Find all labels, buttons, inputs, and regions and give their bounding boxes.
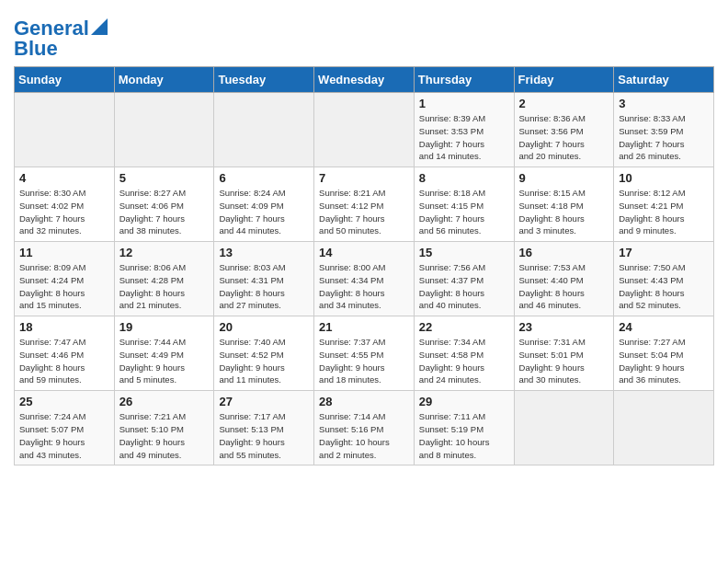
- logo: General Blue: [14, 18, 108, 59]
- day-number: 19: [119, 320, 210, 334]
- day-number: 17: [619, 246, 709, 259]
- day-number: 29: [419, 395, 509, 408]
- calendar-cell: 16Sunrise: 7:53 AM Sunset: 4:40 PM Dayli…: [514, 242, 614, 316]
- day-number: 14: [319, 246, 409, 259]
- day-number: 1: [419, 97, 509, 110]
- day-info: Sunrise: 8:39 AM Sunset: 3:53 PM Dayligh…: [419, 112, 509, 163]
- day-number: 13: [219, 246, 309, 259]
- calendar-week-row: 1Sunrise: 8:39 AM Sunset: 3:53 PM Daylig…: [15, 93, 714, 167]
- calendar-cell: 13Sunrise: 8:03 AM Sunset: 4:31 PM Dayli…: [214, 242, 314, 316]
- weekday-header: Friday: [514, 67, 614, 93]
- day-number: 11: [19, 246, 109, 259]
- calendar-cell: 29Sunrise: 7:11 AM Sunset: 5:19 PM Dayli…: [414, 391, 514, 465]
- weekday-header: Monday: [114, 67, 214, 93]
- logo-icon: [91, 18, 108, 35]
- day-number: 26: [119, 395, 210, 408]
- day-info: Sunrise: 8:18 AM Sunset: 4:15 PM Dayligh…: [419, 187, 509, 237]
- calendar-cell: 23Sunrise: 7:31 AM Sunset: 5:01 PM Dayli…: [514, 316, 614, 391]
- calendar-cell: 7Sunrise: 8:21 AM Sunset: 4:12 PM Daylig…: [314, 167, 415, 242]
- day-info: Sunrise: 8:15 AM Sunset: 4:18 PM Dayligh…: [519, 187, 609, 237]
- day-number: 16: [519, 246, 609, 259]
- weekday-header: Sunday: [15, 67, 115, 93]
- day-number: 10: [619, 171, 709, 185]
- calendar-cell: 8Sunrise: 8:18 AM Sunset: 4:15 PM Daylig…: [414, 167, 514, 242]
- day-info: Sunrise: 8:30 AM Sunset: 4:02 PM Dayligh…: [19, 187, 109, 237]
- calendar-cell: 12Sunrise: 8:06 AM Sunset: 4:28 PM Dayli…: [114, 242, 214, 316]
- day-number: 25: [19, 395, 109, 408]
- calendar-cell: [314, 93, 415, 167]
- day-info: Sunrise: 7:31 AM Sunset: 5:01 PM Dayligh…: [519, 336, 609, 386]
- day-number: 7: [319, 171, 409, 185]
- calendar-cell: [614, 391, 714, 465]
- day-number: 4: [19, 171, 109, 185]
- day-info: Sunrise: 7:24 AM Sunset: 5:07 PM Dayligh…: [19, 410, 109, 461]
- day-info: Sunrise: 8:12 AM Sunset: 4:21 PM Dayligh…: [619, 187, 709, 237]
- calendar-cell: 28Sunrise: 7:14 AM Sunset: 5:16 PM Dayli…: [314, 391, 415, 465]
- day-info: Sunrise: 8:24 AM Sunset: 4:09 PM Dayligh…: [219, 187, 309, 237]
- day-number: 24: [619, 320, 709, 334]
- calendar-cell: 26Sunrise: 7:21 AM Sunset: 5:10 PM Dayli…: [114, 391, 214, 465]
- calendar-cell: [15, 93, 115, 167]
- weekday-header: Wednesday: [314, 67, 415, 93]
- day-number: 21: [319, 320, 409, 334]
- day-number: 15: [419, 246, 509, 259]
- day-number: 23: [519, 320, 609, 334]
- calendar-cell: [114, 93, 214, 167]
- calendar-cell: 11Sunrise: 8:09 AM Sunset: 4:24 PM Dayli…: [15, 242, 115, 316]
- calendar-cell: 4Sunrise: 8:30 AM Sunset: 4:02 PM Daylig…: [15, 167, 115, 242]
- calendar-cell: 2Sunrise: 8:36 AM Sunset: 3:56 PM Daylig…: [514, 93, 614, 167]
- calendar-week-row: 4Sunrise: 8:30 AM Sunset: 4:02 PM Daylig…: [15, 167, 714, 242]
- day-info: Sunrise: 7:47 AM Sunset: 4:46 PM Dayligh…: [19, 336, 109, 386]
- day-info: Sunrise: 7:53 AM Sunset: 4:40 PM Dayligh…: [519, 261, 609, 312]
- day-info: Sunrise: 7:14 AM Sunset: 5:16 PM Dayligh…: [319, 410, 409, 461]
- day-number: 6: [219, 171, 309, 185]
- calendar-cell: 24Sunrise: 7:27 AM Sunset: 5:04 PM Dayli…: [614, 316, 714, 391]
- day-info: Sunrise: 8:00 AM Sunset: 4:34 PM Dayligh…: [319, 261, 409, 312]
- calendar-cell: 20Sunrise: 7:40 AM Sunset: 4:52 PM Dayli…: [214, 316, 314, 391]
- calendar-cell: 14Sunrise: 8:00 AM Sunset: 4:34 PM Dayli…: [314, 242, 415, 316]
- calendar-cell: 18Sunrise: 7:47 AM Sunset: 4:46 PM Dayli…: [15, 316, 115, 391]
- calendar-cell: 5Sunrise: 8:27 AM Sunset: 4:06 PM Daylig…: [114, 167, 214, 242]
- page-header: General Blue: [14, 9, 714, 59]
- calendar-cell: [214, 93, 314, 167]
- calendar-week-row: 18Sunrise: 7:47 AM Sunset: 4:46 PM Dayli…: [15, 316, 714, 391]
- day-number: 27: [219, 395, 309, 408]
- day-info: Sunrise: 8:21 AM Sunset: 4:12 PM Dayligh…: [319, 187, 409, 237]
- logo-text: General: [14, 18, 89, 39]
- day-number: 3: [619, 97, 709, 110]
- day-number: 28: [319, 395, 409, 408]
- calendar-cell: 19Sunrise: 7:44 AM Sunset: 4:49 PM Dayli…: [114, 316, 214, 391]
- weekday-header: Thursday: [414, 67, 514, 93]
- calendar-cell: 3Sunrise: 8:33 AM Sunset: 3:59 PM Daylig…: [614, 93, 714, 167]
- day-number: 18: [19, 320, 109, 334]
- day-info: Sunrise: 7:21 AM Sunset: 5:10 PM Dayligh…: [119, 410, 210, 461]
- calendar-cell: 27Sunrise: 7:17 AM Sunset: 5:13 PM Dayli…: [214, 391, 314, 465]
- day-info: Sunrise: 8:09 AM Sunset: 4:24 PM Dayligh…: [19, 261, 109, 312]
- day-number: 5: [119, 171, 210, 185]
- calendar-cell: 10Sunrise: 8:12 AM Sunset: 4:21 PM Dayli…: [614, 167, 714, 242]
- calendar-cell: [514, 391, 614, 465]
- day-info: Sunrise: 8:06 AM Sunset: 4:28 PM Dayligh…: [119, 261, 210, 312]
- day-info: Sunrise: 7:50 AM Sunset: 4:43 PM Dayligh…: [619, 261, 709, 312]
- day-number: 2: [519, 97, 609, 110]
- day-info: Sunrise: 7:44 AM Sunset: 4:49 PM Dayligh…: [119, 336, 210, 386]
- day-info: Sunrise: 8:03 AM Sunset: 4:31 PM Dayligh…: [219, 261, 309, 312]
- day-info: Sunrise: 7:40 AM Sunset: 4:52 PM Dayligh…: [219, 336, 309, 386]
- day-info: Sunrise: 7:37 AM Sunset: 4:55 PM Dayligh…: [319, 336, 409, 386]
- day-info: Sunrise: 8:27 AM Sunset: 4:06 PM Dayligh…: [119, 187, 210, 237]
- day-number: 8: [419, 171, 509, 185]
- weekday-header-row: SundayMondayTuesdayWednesdayThursdayFrid…: [15, 67, 714, 93]
- logo-text2: Blue: [14, 39, 108, 59]
- calendar-cell: 21Sunrise: 7:37 AM Sunset: 4:55 PM Dayli…: [314, 316, 415, 391]
- calendar-cell: 15Sunrise: 7:56 AM Sunset: 4:37 PM Dayli…: [414, 242, 514, 316]
- svg-marker-0: [91, 18, 108, 35]
- day-info: Sunrise: 7:11 AM Sunset: 5:19 PM Dayligh…: [419, 410, 509, 461]
- calendar-week-row: 11Sunrise: 8:09 AM Sunset: 4:24 PM Dayli…: [15, 242, 714, 316]
- day-info: Sunrise: 7:17 AM Sunset: 5:13 PM Dayligh…: [219, 410, 309, 461]
- day-info: Sunrise: 8:36 AM Sunset: 3:56 PM Dayligh…: [519, 112, 609, 163]
- calendar-cell: 25Sunrise: 7:24 AM Sunset: 5:07 PM Dayli…: [15, 391, 115, 465]
- day-info: Sunrise: 7:27 AM Sunset: 5:04 PM Dayligh…: [619, 336, 709, 386]
- day-info: Sunrise: 7:34 AM Sunset: 4:58 PM Dayligh…: [419, 336, 509, 386]
- calendar-cell: 1Sunrise: 8:39 AM Sunset: 3:53 PM Daylig…: [414, 93, 514, 167]
- day-number: 9: [519, 171, 609, 185]
